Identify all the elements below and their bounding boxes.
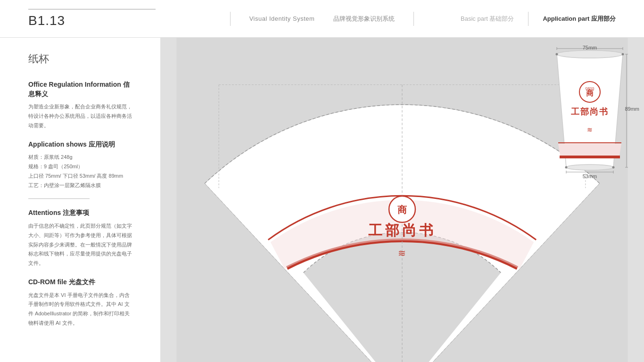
section-heading-2: Application shows 应用说明	[28, 140, 132, 149]
svg-text:GBSS: GBSS	[585, 87, 594, 90]
dim-75mm: 75mm	[583, 45, 597, 50]
svg-point-26	[622, 53, 624, 56]
svg-text:商: 商	[397, 205, 407, 215]
svg-point-25	[556, 53, 558, 56]
svg-point-27	[565, 166, 568, 169]
basic-part-label: Basic part 基础部分	[461, 15, 514, 23]
section-heading-4: CD-ROM file 光盘文件	[28, 278, 132, 287]
main-area: 商 工部尚书 ≋ 商 GBSS 工部尚书	[160, 38, 644, 362]
header-divider-right	[413, 12, 414, 26]
header-center: Visual Identity System 品牌视觉形象识别系统	[189, 12, 455, 26]
section-body-3: 由于信息的不确定性，此页部分规范（如文字大小、间距等）可作为参考使用，具体可根据…	[28, 222, 132, 268]
svg-point-10	[566, 165, 613, 170]
header: B1.13 Visual Identity System 品牌视觉形象识别系统 …	[0, 0, 644, 38]
svg-point-9	[557, 50, 623, 58]
section-heading-3: Attentions 注意事项	[28, 208, 132, 218]
left-panel: 纸杯 Office Regulation Information 信息释义 为塑…	[0, 38, 160, 362]
vi-label: Visual Identity System	[249, 15, 315, 22]
header-right: Basic part 基础部分 Application part 应用部分	[455, 12, 616, 26]
svg-text:工部尚书: 工部尚书	[368, 222, 436, 238]
svg-text:≋: ≋	[398, 248, 406, 258]
dim-89mm: 89mm	[625, 106, 639, 112]
section-title: 纸杯	[28, 52, 132, 66]
section-body-1: 为塑造企业新形象，配合企业商务礼仪规范，特设计各种办公系统用品，以适应各种商务活…	[28, 102, 132, 130]
header-divider-left	[230, 12, 231, 26]
section-body-2: 材质：原浆纸 248g 规格：9 盎司（250ml） 上口径 75mm/ 下口径…	[28, 153, 132, 190]
app-part-label: Application part 应用部分	[543, 15, 616, 23]
svg-text:工部尚书: 工部尚书	[571, 107, 609, 116]
section-divider	[28, 198, 90, 199]
cup-preview: 商 GBSS 工部尚书 ≋ 75mm	[543, 45, 637, 181]
section-heading-1: Office Regulation Information 信息释义	[28, 80, 132, 99]
cup-3d-svg: 商 GBSS 工部尚书 ≋	[543, 45, 637, 181]
header-left: B1.13	[28, 9, 189, 28]
svg-point-28	[612, 166, 615, 169]
header-top-line	[28, 9, 156, 9]
page-number: B1.13	[28, 13, 65, 28]
cn-label: 品牌视觉形象识别系统	[333, 15, 395, 23]
header-divider-v3	[528, 12, 528, 26]
section-body-4: 光盘文件是本 VI 手册电子文件的集合，内含手册制作时的专用软件格式文件。其中 …	[28, 291, 132, 328]
dim-53mm: 53mm	[583, 173, 597, 179]
svg-text:≋: ≋	[587, 126, 593, 133]
